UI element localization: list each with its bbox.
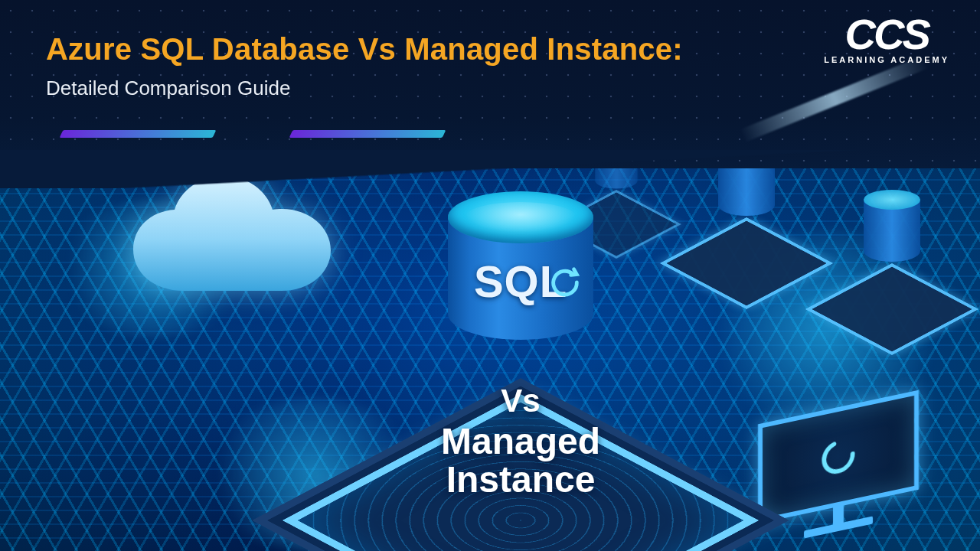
brand-logo: CCS LEARNING ACADEMY xyxy=(824,15,949,64)
hero-caption: Vs Managed Instance xyxy=(360,383,681,500)
loading-ring-icon xyxy=(817,431,860,483)
accent-bar xyxy=(60,130,217,138)
hero-graphic: SQL Vs Managed Instance xyxy=(322,191,720,543)
accent-bar xyxy=(289,130,446,138)
page-title: Azure SQL Database Vs Managed Instance: xyxy=(46,32,683,67)
logo-main-text: CCS xyxy=(824,15,949,54)
cloud-icon xyxy=(122,176,352,314)
refresh-icon xyxy=(547,265,583,300)
svg-point-0 xyxy=(824,439,852,474)
logo-sub-text: LEARNING ACADEMY xyxy=(824,55,949,64)
managed-line1: Managed xyxy=(441,421,600,461)
sql-database-icon: SQL xyxy=(448,191,593,360)
vs-label: Vs xyxy=(360,383,681,419)
page-subtitle: Detailed Comparison Guide xyxy=(46,77,290,100)
managed-line2: Instance xyxy=(446,459,596,500)
diagonal-stroke-accent xyxy=(740,55,929,142)
mini-database-icon xyxy=(850,199,934,291)
